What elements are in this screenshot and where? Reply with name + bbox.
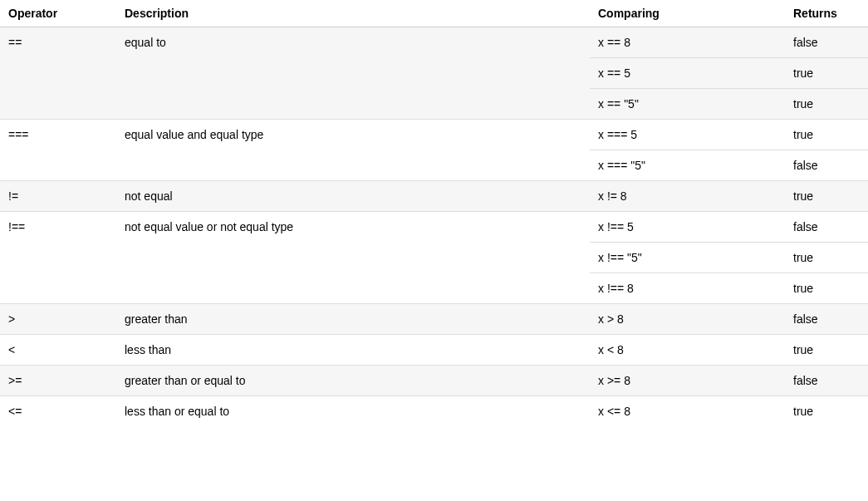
returns-cell: true xyxy=(785,58,868,89)
comparing-cell: x >= 8 xyxy=(590,366,785,395)
returns-cell: false xyxy=(785,304,868,334)
examples-table: x >= 8false xyxy=(590,366,868,395)
comparing-cell: x <= 8 xyxy=(590,396,785,426)
example-row: x < 8true xyxy=(590,335,868,365)
operator-cell: <= xyxy=(0,396,116,426)
returns-cell: true xyxy=(785,396,868,426)
header-comparing: Comparing xyxy=(590,0,785,27)
comparing-cell: x !== 5 xyxy=(590,212,785,243)
comparing-cell: x === "5" xyxy=(590,150,785,181)
returns-cell: false xyxy=(785,27,868,58)
example-row: x == 5true xyxy=(590,58,868,89)
examples-table: x === 5truex === "5"false xyxy=(590,120,868,180)
examples-table: x > 8false xyxy=(590,304,868,334)
returns-cell: false xyxy=(785,150,868,181)
operator-cell: === xyxy=(0,120,116,150)
comparing-cell: x !== 8 xyxy=(590,273,785,304)
examples-table: x < 8true xyxy=(590,335,868,365)
returns-cell: true xyxy=(785,335,868,365)
table-row: !=not equalx != 8true xyxy=(0,181,868,212)
table-row: <=less than or equal tox <= 8true xyxy=(0,396,868,427)
description-cell: equal to xyxy=(116,27,590,57)
example-row: x === 5true xyxy=(590,120,868,150)
comparing-cell: x === 5 xyxy=(590,120,785,150)
comparing-cell: x != 8 xyxy=(590,181,785,211)
description-cell: greater than xyxy=(116,304,590,334)
example-row: x >= 8false xyxy=(590,366,868,395)
operator-cell: == xyxy=(0,27,116,57)
operator-cell: !== xyxy=(0,212,116,242)
example-row: x == "5"true xyxy=(590,89,868,120)
operator-cell: > xyxy=(0,304,116,334)
header-description: Description xyxy=(116,0,590,27)
returns-cell: true xyxy=(785,181,868,211)
comparing-cell: x == "5" xyxy=(590,89,785,120)
description-cell: less than or equal to xyxy=(116,396,590,426)
description-cell: not equal value or not equal type xyxy=(116,212,590,242)
description-cell: less than xyxy=(116,335,590,365)
example-row: x == 8false xyxy=(590,27,868,58)
example-row: x !== 8true xyxy=(590,273,868,304)
comparing-cell: x < 8 xyxy=(590,335,785,365)
header-operator: Operator xyxy=(0,0,116,27)
example-row: x === "5"false xyxy=(590,150,868,181)
table-row: <less thanx < 8true xyxy=(0,335,868,366)
example-row: x !== 5false xyxy=(590,212,868,243)
description-cell: not equal xyxy=(116,181,590,211)
comparing-cell: x == 8 xyxy=(590,27,785,58)
returns-cell: false xyxy=(785,366,868,395)
returns-cell: true xyxy=(785,89,868,120)
comparing-cell: x !== "5" xyxy=(590,243,785,273)
header-returns: Returns xyxy=(785,0,868,27)
returns-cell: true xyxy=(785,120,868,150)
operator-cell: != xyxy=(0,181,116,211)
example-row: x <= 8true xyxy=(590,396,868,426)
operator-cell: < xyxy=(0,335,116,365)
returns-cell: true xyxy=(785,243,868,273)
table-row: ==equal tox == 8falsex == 5truex == "5"t… xyxy=(0,27,868,120)
examples-table: x != 8true xyxy=(590,181,868,211)
example-row: x !== "5"true xyxy=(590,243,868,273)
description-cell: greater than or equal to xyxy=(116,366,590,395)
examples-table: x == 8falsex == 5truex == "5"true xyxy=(590,27,868,119)
table-row: >=greater than or equal tox >= 8false xyxy=(0,366,868,396)
table-row: !==not equal value or not equal typex !=… xyxy=(0,212,868,304)
operator-table: Operator Description Comparing Returns =… xyxy=(0,0,868,426)
returns-cell: true xyxy=(785,273,868,304)
comparing-cell: x > 8 xyxy=(590,304,785,334)
example-row: x > 8false xyxy=(590,304,868,334)
examples-table: x <= 8true xyxy=(590,396,868,426)
operator-cell: >= xyxy=(0,366,116,395)
comparing-cell: x == 5 xyxy=(590,58,785,89)
table-row: >greater thanx > 8false xyxy=(0,304,868,335)
table-row: ===equal value and equal typex === 5true… xyxy=(0,120,868,181)
example-row: x != 8true xyxy=(590,181,868,211)
description-cell: equal value and equal type xyxy=(116,120,590,150)
examples-table: x !== 5falsex !== "5"truex !== 8true xyxy=(590,212,868,303)
returns-cell: false xyxy=(785,212,868,243)
